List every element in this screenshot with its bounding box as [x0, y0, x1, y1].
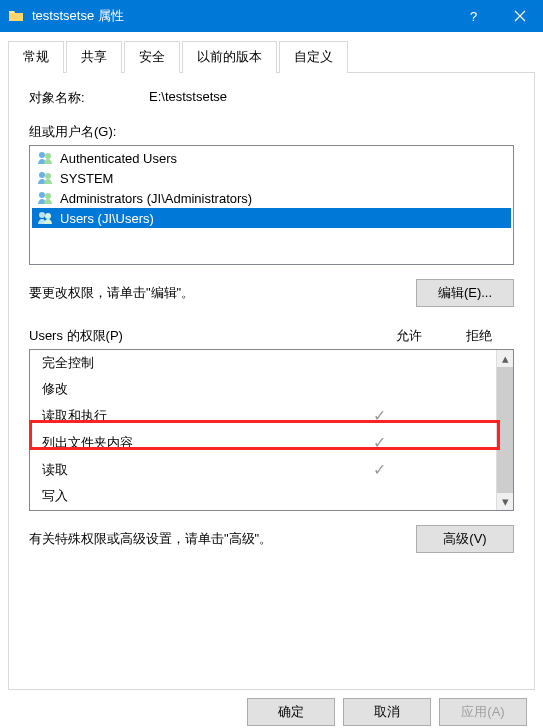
list-item[interactable]: Administrators (JI\Administrators) — [32, 188, 511, 208]
tab-strip: 常规 共享 安全 以前的版本 自定义 — [8, 40, 535, 72]
permission-name: 列出文件夹内容 — [42, 434, 344, 452]
scroll-thumb[interactable] — [497, 367, 513, 493]
edit-button[interactable]: 编辑(E)... — [416, 279, 514, 307]
object-name-value: E:\teststsetse — [149, 89, 227, 107]
svg-point-7 — [39, 212, 45, 218]
folder-icon — [8, 8, 24, 24]
object-name-label: 对象名称: — [29, 89, 149, 107]
list-item[interactable]: SYSTEM — [32, 168, 511, 188]
client-area: 常规 共享 安全 以前的版本 自定义 对象名称: E:\teststsetse … — [0, 32, 543, 728]
group-user-listbox[interactable]: Authenticated Users SYSTEM Administrator… — [29, 145, 514, 265]
permission-row: 写入 — [30, 483, 496, 509]
scroll-down-icon[interactable]: ▾ — [497, 493, 513, 510]
permission-row: 修改 — [30, 376, 496, 402]
list-item-label: Users (JI\Users) — [60, 211, 154, 226]
dialog-footer: 确定 取消 应用(A) — [8, 698, 535, 726]
permission-row: 读取和执行 ✓ — [30, 402, 496, 429]
apply-button[interactable]: 应用(A) — [439, 698, 527, 726]
tab-general[interactable]: 常规 — [8, 41, 64, 73]
svg-point-1 — [39, 152, 45, 158]
svg-point-6 — [45, 193, 51, 199]
permission-name: 完全控制 — [42, 354, 344, 372]
svg-point-3 — [39, 172, 45, 178]
users-icon — [36, 209, 54, 227]
svg-point-4 — [45, 173, 51, 179]
permission-row: 列出文件夹内容 ✓ — [30, 429, 496, 456]
deny-column-header: 拒绝 — [444, 327, 514, 345]
permission-row: 完全控制 — [30, 350, 496, 376]
allow-check: ✓ — [344, 433, 414, 452]
users-icon — [36, 169, 54, 187]
tab-content-security: 对象名称: E:\teststsetse 组或用户名(G): Authentic… — [8, 72, 535, 690]
permission-name: 读取 — [42, 461, 344, 479]
group-user-label: 组或用户名(G): — [29, 123, 514, 141]
users-icon — [36, 189, 54, 207]
scrollbar[interactable]: ▴ ▾ — [496, 350, 513, 510]
advanced-hint: 有关特殊权限或高级设置，请单击"高级"。 — [29, 530, 416, 548]
tab-previous[interactable]: 以前的版本 — [182, 41, 277, 73]
permissions-listbox: 完全控制 修改 读取和执行 ✓ 列出文件夹 — [29, 349, 514, 511]
close-button[interactable] — [497, 0, 543, 32]
help-button[interactable]: ? — [451, 0, 497, 32]
svg-point-5 — [39, 192, 45, 198]
permission-name: 修改 — [42, 380, 344, 398]
allow-check: ✓ — [344, 406, 414, 425]
svg-point-8 — [45, 213, 51, 219]
allow-check: ✓ — [344, 460, 414, 479]
title-bar: teststsetse 属性 ? — [0, 0, 543, 32]
cancel-button[interactable]: 取消 — [343, 698, 431, 726]
list-item[interactable]: Authenticated Users — [32, 148, 511, 168]
permission-row: 读取 ✓ — [30, 456, 496, 483]
allow-column-header: 允许 — [374, 327, 444, 345]
svg-text:?: ? — [470, 9, 477, 23]
tab-customize[interactable]: 自定义 — [279, 41, 348, 73]
list-item-label: SYSTEM — [60, 171, 113, 186]
ok-button[interactable]: 确定 — [247, 698, 335, 726]
window-title: teststsetse 属性 — [32, 7, 451, 25]
permissions-header: Users 的权限(P) — [29, 327, 374, 345]
permission-name: 读取和执行 — [42, 407, 344, 425]
tab-sharing[interactable]: 共享 — [66, 41, 122, 73]
permission-name: 写入 — [42, 487, 344, 505]
users-icon — [36, 149, 54, 167]
advanced-button[interactable]: 高级(V) — [416, 525, 514, 553]
svg-point-2 — [45, 153, 51, 159]
list-item[interactable]: Users (JI\Users) — [32, 208, 511, 228]
scroll-up-icon[interactable]: ▴ — [497, 350, 513, 367]
list-item-label: Administrators (JI\Administrators) — [60, 191, 252, 206]
list-item-label: Authenticated Users — [60, 151, 177, 166]
edit-hint: 要更改权限，请单击"编辑"。 — [29, 284, 416, 302]
tab-security[interactable]: 安全 — [124, 41, 180, 73]
